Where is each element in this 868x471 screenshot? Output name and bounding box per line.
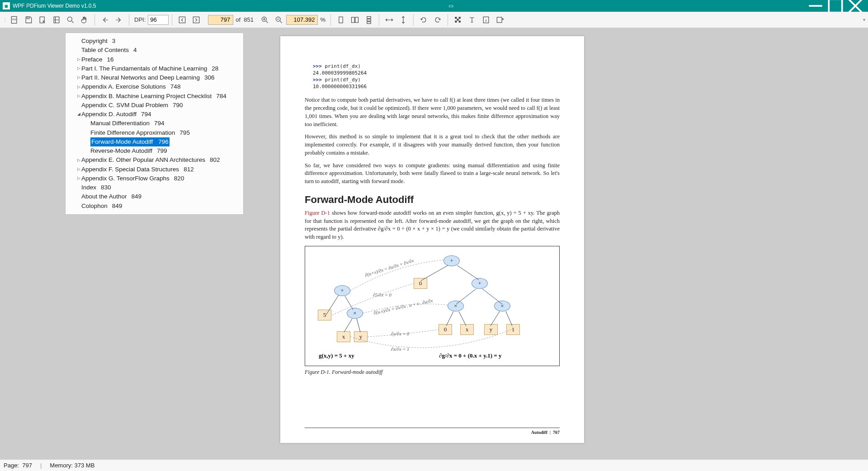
titlebar-grip-icon: ▭ [441, 3, 461, 9]
page-number-input[interactable] [208, 15, 233, 25]
facing-pages-button[interactable] [348, 13, 362, 27]
svg-rect-22 [355, 17, 359, 23]
outline-item[interactable]: Index830 [69, 183, 237, 192]
outline-item[interactable]: ▷Part II. Neural Networks and Deep Learn… [69, 73, 237, 82]
outline-item[interactable]: About the Author849 [69, 192, 237, 201]
toolbar-overflow-icon[interactable]: ▾ [863, 17, 865, 22]
minimize-button[interactable] [806, 0, 826, 12]
save-as-button[interactable] [36, 13, 49, 27]
outline-label: Preface [81, 55, 107, 64]
svg-line-14 [266, 21, 268, 23]
svg-line-18 [280, 21, 282, 23]
prev-page-button[interactable] [175, 13, 189, 27]
zoom-in-button[interactable] [258, 13, 272, 27]
outline-label: Appendix D. Autodiff [81, 110, 141, 119]
text-select-button[interactable] [465, 13, 479, 27]
print-button[interactable] [50, 13, 63, 27]
outline-label: Appendix B. Machine Learning Project Che… [81, 92, 216, 101]
outline-page: 796 [158, 137, 170, 146]
rotate-cw-button[interactable] [431, 13, 444, 27]
outline-item[interactable]: Table of Contents4 [69, 46, 237, 55]
outline-item[interactable]: ▷Appendix B. Machine Learning Project Ch… [69, 92, 237, 101]
outline-item[interactable]: Finite Difference Approximation795 [69, 128, 237, 137]
svg-rect-28 [457, 19, 458, 20]
dpi-input[interactable] [148, 15, 169, 25]
outline-page: 802 [210, 155, 220, 165]
outline-page: 794 [154, 119, 165, 128]
outline-item[interactable]: Copyright3 [69, 37, 237, 46]
export-button[interactable] [493, 13, 507, 27]
outline-item[interactable]: Manual Differentiation794 [69, 119, 237, 128]
figure-annotation: ∂x/∂x = 1 [391, 347, 409, 352]
single-page-button[interactable] [334, 13, 348, 27]
continuous-pages-button[interactable] [362, 13, 376, 27]
toolbar: ⋮ PDF DPI: of 851 % ▾ [0, 12, 868, 28]
outline-item[interactable]: ▷Appendix E. Other Popular ANN Architect… [69, 155, 237, 165]
outline-page: 799 [157, 146, 167, 155]
titlebar: ▦ WPF PDFium Viewer Demo v1.0.5 ▭ [0, 0, 868, 12]
open-pdf-button[interactable]: PDF [8, 13, 21, 27]
outline-page: 4 [133, 46, 137, 55]
status-separator: | [40, 462, 42, 469]
zoom-input[interactable] [286, 15, 318, 25]
svg-rect-23 [367, 16, 371, 18]
page-footer: Autodiff | 767 [305, 428, 560, 435]
svg-line-40 [457, 265, 479, 280]
nav-back-button[interactable] [98, 13, 112, 27]
outline-item[interactable]: Forward-Mode Autodiff796 [69, 137, 237, 146]
svg-point-9 [67, 17, 72, 21]
outline-item[interactable]: ◢Appendix D. Autodiff794 [69, 110, 237, 119]
zoom-percent-label: % [318, 16, 327, 23]
outline-item[interactable]: Appendix C. SVM Dual Problem790 [69, 101, 237, 110]
zoom-tool-button[interactable] [64, 13, 77, 27]
close-button[interactable] [845, 0, 865, 12]
window-title: WPF PDFium Viewer Demo v1.0.5 [13, 3, 96, 9]
outline-label: Forward-Mode Autodiff [90, 137, 158, 146]
checkerboard-button[interactable] [451, 13, 465, 27]
svg-rect-29 [455, 20, 457, 22]
paragraph: Figure D-1 shows how forward-mode autodi… [305, 209, 560, 241]
svg-rect-11 [179, 17, 185, 23]
zoom-out-button[interactable] [272, 13, 286, 27]
outline-page: 849 [132, 192, 142, 201]
dpi-label: DPI: [132, 16, 147, 23]
graph-node-plus: + [443, 255, 460, 266]
hand-tool-button[interactable] [78, 13, 91, 27]
outline-item[interactable]: ▷Part I. The Fundamentals of Machine Lea… [69, 64, 237, 73]
graph-leaf-1: 1 [506, 324, 520, 335]
next-page-button[interactable] [189, 13, 203, 27]
outline-item[interactable]: Colophon849 [69, 202, 237, 211]
outline-label: Appendix A. Exercise Solutions [81, 82, 170, 91]
outline-item[interactable]: ▷Appendix A. Exercise Solutions748 [69, 82, 237, 91]
fit-width-button[interactable] [382, 13, 396, 27]
graph-leaf-y: y [354, 331, 368, 342]
graph-leaf-0: 0 [414, 278, 427, 289]
maximize-button[interactable] [826, 0, 845, 12]
graph-leaf-0: 0 [439, 324, 452, 335]
fit-height-button[interactable] [396, 13, 410, 27]
outline-page: 28 [212, 64, 218, 73]
outline-item[interactable]: ▷Preface16 [69, 55, 237, 64]
graph-node-times: × [494, 301, 510, 311]
figure-formula-left: g(x,y) = 5 + xy [319, 352, 354, 359]
outline-page: 794 [141, 110, 151, 119]
figure-annotation: ∂(u.v)/∂x = ∂v/∂x . u + v . ∂u/∂x [373, 298, 433, 316]
save-button[interactable] [22, 13, 35, 27]
expand-icon: ▷ [76, 75, 81, 81]
info-button[interactable] [479, 13, 493, 27]
nav-forward-button[interactable] [112, 13, 126, 27]
svg-line-36 [345, 296, 353, 310]
outline-label: Appendix C. SVM Dual Problem [81, 101, 173, 110]
outline-item[interactable]: ▷Appendix G. TensorFlow Graphs820 [69, 174, 237, 183]
svg-line-10 [72, 21, 74, 23]
rotate-ccw-button[interactable] [417, 13, 430, 27]
figure-reference: Figure D-1 [305, 210, 330, 216]
svg-rect-1 [829, 0, 842, 13]
outline-item[interactable]: ▷Appendix F. Special Data Structures812 [69, 165, 237, 174]
expand-icon: ▷ [76, 93, 81, 99]
outline-panel: Copyright3Table of Contents4▷Preface16▷P… [65, 33, 244, 215]
figure-formula-right: ∂g/∂x = 0 + (0.x + y.1) = y [439, 352, 502, 359]
pdf-page: >>> print(df_dx)24.000039999805264>>> pr… [280, 36, 584, 443]
outline-item[interactable]: Reverse-Mode Autodiff799 [69, 146, 237, 155]
outline-label: Finite Difference Approximation [90, 128, 179, 137]
